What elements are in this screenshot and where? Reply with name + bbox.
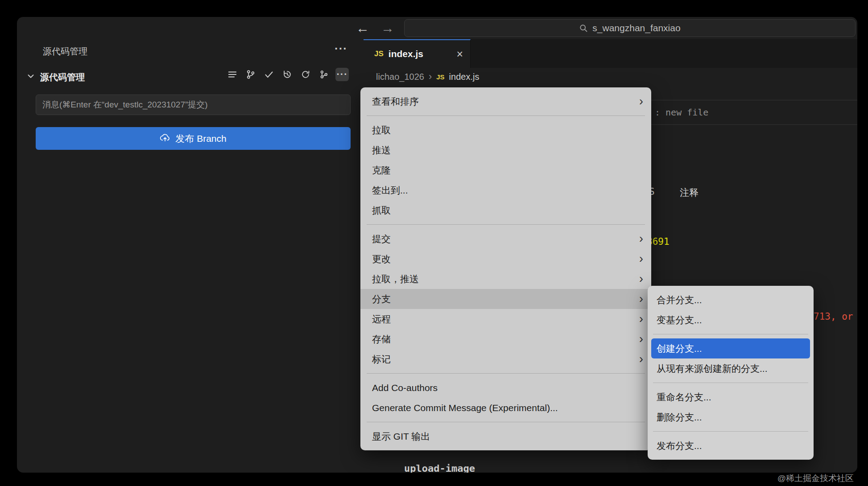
menu-item-tags[interactable]: 标记 › xyxy=(360,349,651,369)
menu-item-label: 删除分支... xyxy=(657,411,702,424)
panel-more-button[interactable]: ··· xyxy=(335,42,347,56)
menu-item-label: 拉取 xyxy=(372,124,643,136)
scm-panel-title: 源代码管理 xyxy=(43,45,87,58)
menu-item-label: 远程 xyxy=(372,313,639,325)
menu-separator xyxy=(653,383,808,383)
new-file-text: : new file xyxy=(655,107,708,118)
submenu-item-merge-branch[interactable]: 合并分支... xyxy=(651,290,810,310)
submenu-arrow-icon: › xyxy=(639,97,643,107)
chevron-right-icon: › xyxy=(429,71,432,82)
menu-item-commit[interactable]: 提交 › xyxy=(360,229,651,249)
menu-item-branch[interactable]: 分支 › xyxy=(360,289,651,309)
menu-item-label: Generate Commit Message (Experimental)..… xyxy=(372,403,643,413)
menu-item-label: 拉取，推送 xyxy=(372,273,639,285)
editor-tab-bar: JS index.js × xyxy=(364,39,857,68)
scm-toolbar: ··· xyxy=(226,68,349,81)
nav-forward-icon[interactable]: → xyxy=(381,21,394,36)
command-center-search[interactable]: s_wangzhan_fanxiao xyxy=(404,19,856,37)
commit-graph-icon[interactable] xyxy=(317,68,331,81)
chevron-down-icon[interactable] xyxy=(26,71,36,83)
menu-item-label: 推送 xyxy=(372,144,643,157)
branch-submenu: 合并分支... 变基分支... 创建分支... 从现有来源创建新的分支... 重… xyxy=(648,286,814,460)
submenu-item-delete-branch[interactable]: 删除分支... xyxy=(651,407,810,427)
more-actions-icon[interactable]: ··· xyxy=(335,68,349,81)
submenu-arrow-icon: › xyxy=(639,234,643,244)
menu-item-checkout-to[interactable]: 签出到... xyxy=(360,180,651,200)
menu-item-label: 存储 xyxy=(372,333,639,346)
tab-index-js[interactable]: JS index.js × xyxy=(364,39,471,68)
menu-item-label: 分支 xyxy=(372,293,639,305)
breadcrumb-folder[interactable]: lichao_1026 xyxy=(376,72,424,82)
scm-section-title: 源代码管理 xyxy=(40,71,85,83)
close-tab-icon[interactable]: × xyxy=(456,49,463,60)
commit-message-input[interactable] xyxy=(36,95,351,115)
search-icon xyxy=(579,24,588,33)
submenu-arrow-icon: › xyxy=(639,334,643,344)
view-as-list-icon[interactable] xyxy=(226,68,239,81)
code-fragment-upload-image: upload-image xyxy=(404,463,475,473)
submenu-arrow-icon: › xyxy=(639,294,643,304)
menu-item-fetch[interactable]: 抓取 xyxy=(360,200,651,220)
menu-item-label: Add Co-authors xyxy=(372,383,643,393)
menu-item-add-coauthors[interactable]: Add Co-authors xyxy=(360,378,651,398)
breadcrumb-file[interactable]: index.js xyxy=(449,72,479,82)
menu-item-label: 发布分支... xyxy=(657,440,702,452)
menu-item-label: 提交 xyxy=(372,233,639,245)
submenu-item-rename-branch[interactable]: 重命名分支... xyxy=(651,387,810,407)
menu-item-label: 更改 xyxy=(372,253,639,265)
menu-item-pull-push[interactable]: 拉取，推送 › xyxy=(360,269,651,289)
submenu-arrow-icon: › xyxy=(639,354,643,364)
submenu-item-rebase-branch[interactable]: 变基分支... xyxy=(651,310,810,330)
commit-check-icon[interactable] xyxy=(262,68,276,81)
menu-item-label: 合并分支... xyxy=(657,294,702,306)
watermark: @稀土掘金技术社区 xyxy=(777,473,854,484)
publish-branch-button[interactable]: 发布 Branch xyxy=(36,127,351,150)
menu-separator xyxy=(653,334,808,334)
menu-item-label: 从现有来源创建新的分支... xyxy=(657,362,768,375)
menu-item-label: 变基分支... xyxy=(657,314,702,326)
menu-item-generate-commit-message[interactable]: Generate Commit Message (Experimental)..… xyxy=(360,398,651,418)
javascript-file-icon: JS xyxy=(436,73,444,81)
menu-item-label: 重命名分支... xyxy=(657,391,711,404)
menu-item-pull[interactable]: 拉取 xyxy=(360,120,651,140)
menu-item-label: 显示 GIT 输出 xyxy=(372,430,643,443)
menu-item-view-and-sort[interactable]: 查看和排序 › xyxy=(360,91,651,111)
ellipsis-glyph: ··· xyxy=(337,69,348,80)
menu-separator xyxy=(367,115,645,116)
nav-back-icon[interactable]: ← xyxy=(356,21,369,36)
menu-item-changes[interactable]: 更改 › xyxy=(360,249,651,269)
publish-branch-label: 发布 Branch xyxy=(175,132,226,145)
menu-item-label: 查看和排序 xyxy=(372,95,639,108)
menu-item-remote[interactable]: 远程 › xyxy=(360,309,651,329)
menu-item-label: 创建分支... xyxy=(657,342,702,355)
code-fragment-comment: 注释 xyxy=(680,186,699,199)
breadcrumb: lichao_1026 › JS index.js xyxy=(364,68,857,86)
submenu-arrow-icon: › xyxy=(639,314,643,324)
menu-item-push[interactable]: 推送 xyxy=(360,140,651,160)
submenu-arrow-icon: › xyxy=(639,274,643,284)
submenu-item-create-branch-from[interactable]: 从现有来源创建新的分支... xyxy=(651,358,810,379)
menu-separator xyxy=(367,422,645,422)
menu-item-label: 抓取 xyxy=(372,204,643,217)
menu-item-stash[interactable]: 存储 › xyxy=(360,329,651,349)
menu-separator xyxy=(653,431,808,432)
source-control-branch-icon[interactable] xyxy=(244,68,257,81)
code-fragment-red: 713, or xyxy=(814,311,853,322)
refresh-icon[interactable] xyxy=(299,68,312,81)
diff-new-file-row: : new file xyxy=(651,100,857,125)
menu-separator xyxy=(367,373,645,374)
javascript-file-icon: JS xyxy=(374,49,384,58)
submenu-item-publish-branch[interactable]: 发布分支... xyxy=(651,436,810,456)
menu-item-label: 标记 xyxy=(372,353,639,366)
menu-item-label: 签出到... xyxy=(372,184,643,197)
tab-label: index.js xyxy=(389,49,452,59)
history-icon[interactable] xyxy=(281,68,294,81)
menu-item-label: 克隆 xyxy=(372,164,643,177)
menu-item-show-git-output[interactable]: 显示 GIT 输出 xyxy=(360,426,651,446)
submenu-item-create-branch[interactable]: 创建分支... xyxy=(651,338,810,358)
search-value: s_wangzhan_fanxiao xyxy=(592,23,680,33)
git-context-menu: 查看和排序 › 拉取 推送 克隆 签出到... 抓取 提交 › 更改 › 拉取，… xyxy=(360,87,651,450)
menu-separator xyxy=(367,224,645,225)
menu-item-clone[interactable]: 克隆 xyxy=(360,160,651,180)
submenu-arrow-icon: › xyxy=(639,254,643,264)
